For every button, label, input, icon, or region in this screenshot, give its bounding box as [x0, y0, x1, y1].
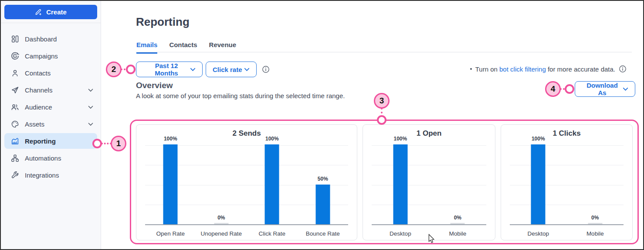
bar-slot-mobile: 0% — [429, 145, 486, 224]
date-range-dropdown[interactable]: Past 12 Months — [136, 62, 203, 77]
sidebar-item-label: Reporting — [25, 137, 56, 145]
sidebar-item-dashboard[interactable]: Dashboard — [1, 31, 101, 48]
bar-unopened-rate — [214, 223, 228, 224]
pencil-plus-icon — [35, 8, 42, 16]
bot-click-filtering-link[interactable]: bot click filtering — [499, 65, 546, 73]
channels-icon — [11, 86, 19, 94]
audience-icon — [11, 103, 19, 111]
opens-chart-card: 1 Open 100%0% DesktopMobile — [363, 124, 495, 240]
annotation-4-ring — [565, 84, 574, 94]
category-label-click-rate: Click Rate — [247, 230, 298, 237]
app-window: Create Dashboard — [0, 0, 644, 250]
category-label-mobile: Mobile — [429, 230, 486, 237]
bar-value-label: 100% — [394, 136, 407, 142]
category-label-mobile: Mobile — [567, 230, 624, 237]
chevron-down-icon — [190, 68, 196, 72]
sidebar-item-label: Assets — [25, 120, 44, 128]
bar-value-label: 0% — [454, 215, 461, 221]
download-as-dropdown[interactable]: Download As — [575, 81, 635, 97]
chart-title: 1 Clicks — [506, 129, 627, 138]
info-icon[interactable] — [619, 65, 627, 73]
download-as-label: Download As — [582, 82, 623, 96]
category-label-desktop: Desktop — [372, 230, 429, 237]
sidebar-item-label: Campaigns — [25, 52, 58, 60]
sidebar-item-reporting[interactable]: Reporting — [4, 133, 97, 149]
bar-slot-open-rate: 100% — [145, 145, 196, 224]
chart-title: 1 Open — [368, 129, 490, 138]
bar-mobile — [588, 223, 602, 224]
mouse-cursor — [428, 234, 435, 243]
opens-bar-chart: 100%0% — [372, 145, 486, 225]
sidebar-item-integrations[interactable]: Integrations — [1, 167, 101, 184]
integrations-icon — [11, 171, 19, 179]
category-labels: DesktopMobile — [510, 230, 624, 237]
bar-slot-desktop: 100% — [510, 145, 566, 224]
annotation-1-badge: 1 — [111, 136, 126, 151]
annotation-3-badge: 3 — [374, 93, 390, 109]
sidebar-item-channels[interactable]: Channels — [1, 82, 101, 99]
sidebar-divider — [1, 23, 101, 23]
bar-desktop — [393, 144, 407, 224]
bar-mobile — [451, 223, 465, 224]
chevron-down-icon — [88, 89, 93, 92]
bar-slot-mobile: 0% — [567, 145, 624, 224]
notice-prefix: Turn on — [475, 65, 499, 73]
assets-icon — [11, 120, 19, 128]
category-labels: Open RateUnopened RateClick RateBounce R… — [145, 230, 348, 237]
create-button-label: Create — [46, 8, 67, 16]
reporting-icon — [11, 137, 19, 145]
bar-desktop — [531, 144, 546, 224]
bars: 100%0% — [510, 145, 624, 224]
chevron-down-icon — [88, 123, 93, 126]
bars: 100%0%100%50% — [145, 145, 348, 224]
sidebar-item-label: Channels — [25, 86, 52, 94]
category-label-bounce-rate: Bounce Rate — [298, 230, 349, 237]
page-title: Reporting — [136, 15, 190, 29]
bar-value-label: 0% — [591, 215, 599, 221]
clicks-bar-chart: 100%0% — [510, 145, 624, 225]
bar-slot-unopened-rate: 0% — [196, 145, 247, 224]
clicks-chart-card: 1 Clicks 100%0% DesktopMobile — [501, 124, 633, 240]
create-button[interactable]: Create — [4, 5, 97, 19]
chevron-down-icon — [244, 68, 250, 72]
bar-slot-bounce-rate: 50% — [298, 145, 349, 224]
bot-filtering-notice: Turn on bot click filtering for more acc… — [470, 65, 627, 73]
chevron-down-icon — [623, 87, 628, 91]
bars: 100%0% — [372, 145, 486, 224]
info-icon[interactable] — [262, 65, 270, 73]
date-range-value: Past 12 Months — [143, 62, 190, 77]
sends-bar-chart: 100%0%100%50% — [145, 145, 348, 225]
annotation-2-ring — [126, 65, 136, 74]
sidebar: Create Dashboard — [1, 1, 101, 249]
sends-chart-card: 2 Sends 100%0%100%50% Open RateUnopened … — [136, 124, 357, 240]
bar-slot-click-rate: 100% — [247, 145, 298, 224]
sidebar-item-assets[interactable]: Assets — [1, 116, 101, 133]
sidebar-item-campaigns[interactable]: Campaigns — [1, 48, 101, 65]
metric-value: Click rate — [213, 66, 242, 73]
bar-value-label: 100% — [532, 136, 545, 142]
bullet-dot — [470, 68, 472, 70]
sidebar-item-audience[interactable]: Audience — [1, 99, 101, 116]
annotation-1-ring — [92, 139, 102, 148]
campaigns-icon — [11, 52, 19, 60]
overview-heading: Overview — [136, 81, 173, 90]
annotation-2-badge: 2 — [106, 62, 122, 77]
annotation-3-ring — [377, 115, 386, 125]
automations-icon — [11, 154, 19, 162]
sidebar-item-contacts[interactable]: Contacts — [1, 65, 101, 82]
chevron-down-icon — [88, 106, 93, 109]
bar-value-label: 50% — [318, 176, 328, 182]
sidebar-item-automations[interactable]: Automations — [1, 150, 101, 167]
sidebar-item-label: Integrations — [25, 171, 59, 179]
sidebar-nav: Dashboard Campaigns — [1, 31, 101, 184]
tabs-divider — [136, 52, 632, 52]
bar-value-label: 0% — [217, 215, 225, 221]
sidebar-item-label: Contacts — [25, 69, 51, 77]
metric-dropdown[interactable]: Click rate — [206, 62, 257, 77]
bar-slot-desktop: 100% — [372, 145, 429, 224]
category-label-desktop: Desktop — [510, 230, 566, 237]
sidebar-item-label: Automations — [25, 154, 61, 162]
dashboard-icon — [11, 35, 19, 43]
notice-text: Turn on bot click filtering for more acc… — [475, 65, 615, 73]
sidebar-item-label: Audience — [25, 103, 52, 111]
